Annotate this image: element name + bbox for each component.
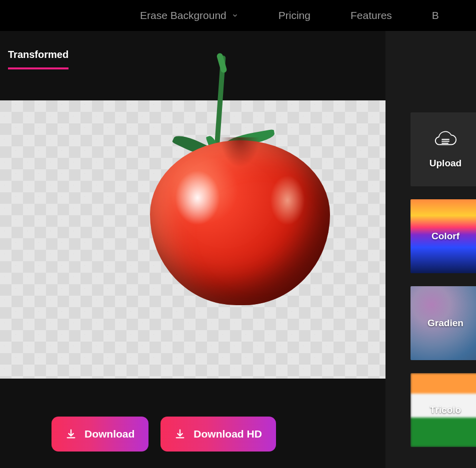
tab-bar: Transformed: [0, 31, 386, 87]
result-image: [150, 140, 330, 305]
nav-pricing[interactable]: Pricing: [278, 9, 310, 21]
nav-features[interactable]: Features: [350, 9, 392, 21]
upload-tile[interactable]: Upload: [410, 112, 476, 186]
nav-label: Pricing: [278, 9, 310, 21]
download-button[interactable]: Download: [52, 417, 148, 452]
bg-tile-gradient[interactable]: Gradien: [410, 286, 476, 360]
transparent-canvas[interactable]: [0, 87, 386, 379]
sidebar: Upload Colorf Gradien Tricolo: [386, 31, 476, 468]
cloud-upload-icon: [434, 130, 457, 149]
download-icon: [66, 429, 76, 440]
nav-erase-background[interactable]: Erase Background: [140, 9, 238, 21]
action-buttons: Download Download HD: [0, 379, 386, 468]
nav-label: Features: [350, 9, 392, 21]
bg-tile-tricolor[interactable]: Tricolo: [410, 373, 476, 447]
nav-item-truncated[interactable]: B: [432, 9, 439, 21]
canvas-wrap: [0, 87, 386, 379]
tile-label: Gradien: [428, 318, 464, 329]
download-icon: [174, 429, 186, 440]
tab-transformed[interactable]: Transformed: [8, 49, 68, 69]
chevron-down-icon: [232, 12, 238, 19]
tile-label: Colorf: [432, 231, 460, 242]
left-panel: Transformed: [0, 31, 386, 468]
button-label: Download HD: [194, 428, 262, 440]
nav-label: B: [432, 9, 439, 21]
main: Transformed: [0, 31, 476, 468]
tile-label: Tricolo: [430, 405, 461, 416]
tab-label: Transformed: [8, 49, 68, 60]
download-hd-button[interactable]: Download HD: [160, 417, 276, 452]
bg-tile-colorful[interactable]: Colorf: [410, 199, 476, 273]
tile-label: Upload: [430, 158, 462, 169]
top-nav: Erase Background Pricing Features B: [0, 0, 476, 31]
button-label: Download: [84, 428, 134, 440]
nav-label: Erase Background: [140, 9, 226, 21]
